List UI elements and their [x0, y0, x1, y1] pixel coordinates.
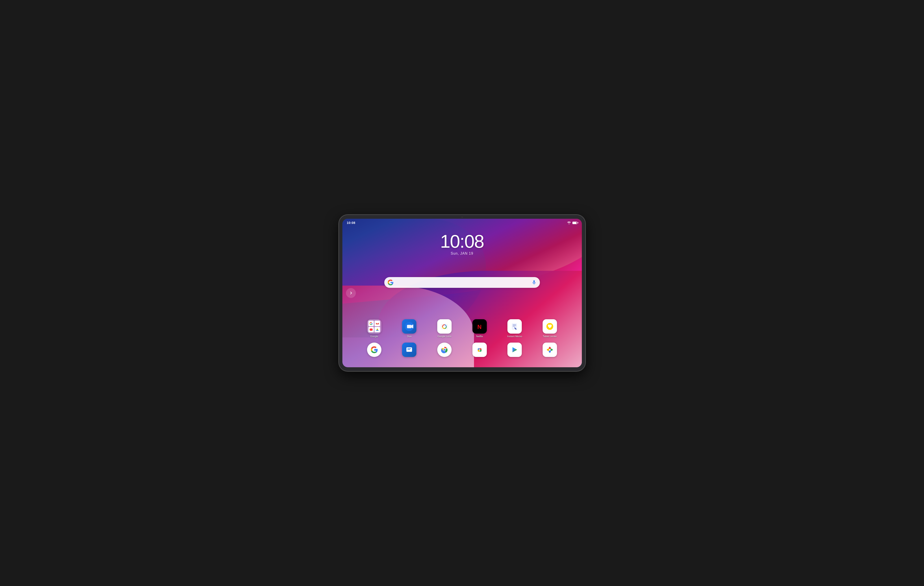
google-search-icon — [367, 343, 381, 357]
duo-icon — [402, 319, 417, 334]
netflix-icon: N — [472, 319, 487, 334]
app-item-assistant[interactable] — [470, 343, 488, 358]
svg-point-29 — [479, 349, 480, 351]
app-label-tablet-center: Tablet center — [543, 335, 557, 338]
app-item-google-folder[interactable]: Google — [365, 319, 383, 338]
svg-point-23 — [444, 349, 445, 351]
app-item-lens[interactable]: Google Lens — [436, 319, 454, 338]
messages-icon — [402, 343, 417, 357]
status-time: 10:08 — [347, 221, 355, 225]
svg-rect-19 — [408, 349, 410, 350]
svg-rect-11 — [513, 324, 516, 325]
app-item-play-store[interactable] — [506, 343, 523, 358]
svg-rect-18 — [408, 348, 411, 349]
tablet-device: 10:08 10:08 Sun, JAN 19 — [339, 215, 586, 371]
app-label-google: Google — [370, 335, 378, 338]
chrome-icon — [437, 343, 452, 357]
app-label-instant-memo: Instant Memo — [507, 335, 522, 338]
tablet-screen: 10:08 10:08 Sun, JAN 19 — [342, 219, 582, 367]
clock-time: 10:08 — [440, 232, 484, 251]
app-item-google-search[interactable] — [365, 343, 383, 358]
battery-icon — [573, 222, 578, 224]
assistant-icon — [472, 343, 487, 357]
memo-icon — [507, 319, 522, 334]
status-icons — [567, 221, 578, 224]
svg-point-35 — [549, 349, 551, 351]
app-item-google-photos[interactable] — [541, 343, 559, 358]
chevron-right-icon — [349, 291, 353, 295]
app-label-duo: Duo — [407, 335, 411, 338]
search-bar[interactable] — [384, 277, 540, 288]
lens-icon — [437, 319, 452, 334]
svg-rect-13 — [513, 326, 515, 327]
clock-area: 10:08 Sun, JAN 19 — [440, 232, 484, 255]
mic-icon[interactable] — [531, 280, 537, 285]
google-photos-icon — [543, 343, 557, 357]
app-label-lens: Google Lens — [437, 335, 451, 338]
status-bar: 10:08 — [342, 219, 582, 227]
play-store-icon — [507, 343, 522, 357]
svg-rect-3 — [407, 325, 412, 328]
app-item-instant-memo[interactable]: Instant Memo — [506, 319, 523, 338]
app-item-netflix[interactable]: N Netflix — [470, 319, 488, 338]
app-grid: Google Duo — [357, 319, 568, 358]
google-logo — [387, 279, 393, 286]
wifi-icon — [567, 221, 571, 224]
app-item-duo[interactable]: Duo — [401, 319, 418, 338]
svg-rect-12 — [513, 326, 516, 326]
app-item-messages[interactable] — [401, 343, 418, 358]
side-button[interactable] — [346, 288, 356, 298]
clock-date: Sun, JAN 19 — [440, 252, 484, 255]
app-item-tablet-center[interactable]: Tablet center — [541, 319, 559, 338]
app-item-chrome[interactable] — [436, 343, 454, 358]
svg-marker-15 — [515, 329, 515, 330]
svg-marker-30 — [513, 347, 517, 352]
camera-dot — [462, 217, 463, 218]
app-row-1: Google Duo — [357, 319, 568, 338]
svg-point-7 — [444, 326, 445, 328]
tablet-center-icon — [543, 319, 557, 334]
google-folder-icon — [367, 319, 381, 334]
app-row-2 — [357, 343, 568, 358]
svg-text:N: N — [477, 323, 482, 330]
app-label-netflix: Netflix — [476, 335, 483, 338]
